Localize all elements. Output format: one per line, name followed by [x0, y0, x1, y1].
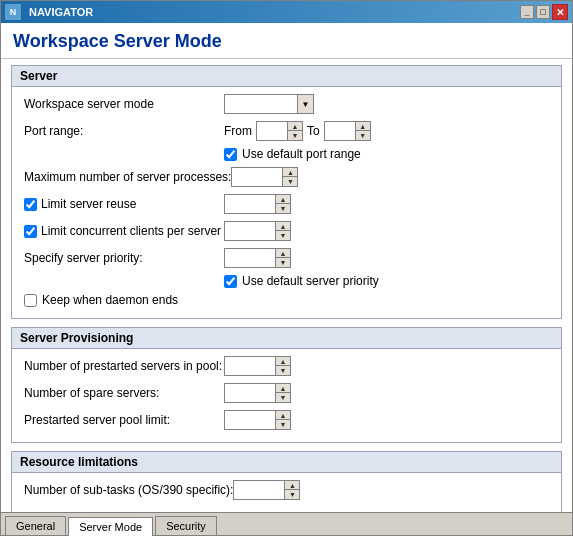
pool-limit-label: Prestarted server pool limit:: [24, 413, 224, 427]
maximize-button[interactable]: □: [536, 5, 550, 19]
tab-server-mode[interactable]: Server Mode: [68, 517, 153, 536]
prestarted-spin-btns: ▲ ▼: [275, 357, 290, 375]
port-to-spin-up[interactable]: ▲: [356, 122, 370, 131]
limit-concurrent-checkbox[interactable]: [24, 225, 37, 238]
server-section-body: Workspace server mode ▼ Port range: From: [12, 87, 561, 318]
max-processes-spin-down[interactable]: ▼: [283, 177, 297, 186]
spare-spin-down[interactable]: ▼: [276, 393, 290, 402]
pool-limit-spin-up[interactable]: ▲: [276, 411, 290, 420]
tab-general[interactable]: General: [5, 516, 66, 535]
limit-reuse-spin-down[interactable]: ▼: [276, 204, 290, 213]
port-from-input[interactable]: 0: [257, 122, 287, 140]
limit-concurrent-spinbox[interactable]: 0 ▲ ▼: [224, 221, 291, 241]
pool-limit-spin-btns: ▲ ▼: [275, 411, 290, 429]
limit-server-reuse-input[interactable]: 50: [225, 195, 275, 213]
prestarted-input[interactable]: 0: [225, 357, 275, 375]
max-processes-spin-btns: ▲ ▼: [282, 168, 297, 186]
pool-limit-input[interactable]: 0: [225, 411, 275, 429]
specify-priority-spin-btns: ▲ ▼: [275, 249, 290, 267]
use-default-priority-checkbox[interactable]: [224, 275, 237, 288]
port-to-label: To: [307, 124, 320, 138]
pool-limit-row: Prestarted server pool limit: 0 ▲ ▼: [24, 409, 549, 431]
port-to-spinbox[interactable]: 0 ▲ ▼: [324, 121, 371, 141]
max-processes-input[interactable]: 0: [232, 168, 282, 186]
keep-daemon-checkbox[interactable]: [24, 294, 37, 307]
max-processes-spinbox[interactable]: 0 ▲ ▼: [231, 167, 298, 187]
prestarted-spinbox[interactable]: 0 ▲ ▼: [224, 356, 291, 376]
port-from-spinbox[interactable]: 0 ▲ ▼: [256, 121, 303, 141]
keep-daemon-row: Keep when daemon ends: [24, 293, 549, 307]
workspace-server-mode-row: Workspace server mode ▼: [24, 93, 549, 115]
port-range-controls: From 0 ▲ ▼ To 0 ▲: [224, 121, 371, 141]
use-default-port-checkbox[interactable]: [224, 148, 237, 161]
content-area: Server Workspace server mode ▼ Port rang…: [1, 59, 572, 512]
max-processes-spin-up[interactable]: ▲: [283, 168, 297, 177]
spare-label: Number of spare servers:: [24, 386, 224, 400]
window-title: NAVIGATOR: [25, 6, 520, 18]
limit-concurrent-container: Limit concurrent clients per server: [24, 224, 224, 238]
pool-limit-spinbox[interactable]: 0 ▲ ▼: [224, 410, 291, 430]
window-icon: N: [5, 4, 21, 20]
dropdown-arrow-icon[interactable]: ▼: [297, 95, 313, 113]
limit-concurrent-spin-btns: ▲ ▼: [275, 222, 290, 240]
subtasks-input[interactable]: 0: [234, 481, 284, 499]
limit-concurrent-label[interactable]: Limit concurrent clients per server: [41, 224, 221, 238]
port-from-label: From: [224, 124, 252, 138]
spare-spin-up[interactable]: ▲: [276, 384, 290, 393]
use-default-priority-label[interactable]: Use default server priority: [242, 274, 379, 288]
port-range-label: Port range:: [24, 124, 224, 138]
spare-spinbox[interactable]: 0 ▲ ▼: [224, 383, 291, 403]
close-button[interactable]: ✕: [552, 4, 568, 20]
provisioning-section-body: Number of prestarted servers in pool: 0 …: [12, 349, 561, 442]
port-from-spin-up[interactable]: ▲: [288, 122, 302, 131]
minimize-button[interactable]: _: [520, 5, 534, 19]
specify-priority-spin-up[interactable]: ▲: [276, 249, 290, 258]
specify-priority-input[interactable]: 0: [225, 249, 275, 267]
port-from-spin-down[interactable]: ▼: [288, 131, 302, 140]
workspace-server-mode-select[interactable]: [225, 95, 297, 113]
limit-concurrent-spin-down[interactable]: ▼: [276, 231, 290, 240]
use-default-port-row: Use default port range: [224, 147, 549, 161]
port-from-spin-btns: ▲ ▼: [287, 122, 302, 140]
port-to-spin-down[interactable]: ▼: [356, 131, 370, 140]
subtasks-label: Number of sub-tasks (OS/390 specific):: [24, 483, 233, 497]
use-default-port-label[interactable]: Use default port range: [242, 147, 361, 161]
workspace-server-mode-label: Workspace server mode: [24, 97, 224, 111]
prestarted-row: Number of prestarted servers in pool: 0 …: [24, 355, 549, 377]
prestarted-label: Number of prestarted servers in pool:: [24, 359, 224, 373]
specify-priority-spinbox[interactable]: 0 ▲ ▼: [224, 248, 291, 268]
resource-section-header: Resource limitations: [12, 452, 561, 473]
limit-server-reuse-spinbox[interactable]: 50 ▲ ▼: [224, 194, 291, 214]
subtasks-spin-up[interactable]: ▲: [285, 481, 299, 490]
subtasks-spin-down[interactable]: ▼: [285, 490, 299, 499]
pool-limit-spin-down[interactable]: ▼: [276, 420, 290, 429]
subtasks-spinbox[interactable]: 0 ▲ ▼: [233, 480, 300, 500]
spare-input[interactable]: 0: [225, 384, 275, 402]
max-processes-label: Maximum number of server processes:: [24, 170, 231, 184]
limit-reuse-spin-up[interactable]: ▲: [276, 195, 290, 204]
limit-server-reuse-row: Limit server reuse 50 ▲ ▼: [24, 193, 549, 215]
prestarted-spin-up[interactable]: ▲: [276, 357, 290, 366]
specify-priority-label: Specify server priority:: [24, 251, 224, 265]
port-to-spin-btns: ▲ ▼: [355, 122, 370, 140]
server-section-header: Server: [12, 66, 561, 87]
limit-concurrent-input[interactable]: 0: [225, 222, 275, 240]
limit-concurrent-spin-up[interactable]: ▲: [276, 222, 290, 231]
prestarted-spin-down[interactable]: ▼: [276, 366, 290, 375]
port-to-input[interactable]: 0: [325, 122, 355, 140]
keep-daemon-label[interactable]: Keep when daemon ends: [42, 293, 178, 307]
tabs-bar: General Server Mode Security: [1, 512, 572, 535]
specify-priority-spin-down[interactable]: ▼: [276, 258, 290, 267]
resource-section-body: Number of sub-tasks (OS/390 specific): 0…: [12, 473, 561, 512]
workspace-server-mode-dropdown[interactable]: ▼: [224, 94, 314, 114]
specify-priority-row: Specify server priority: 0 ▲ ▼: [24, 247, 549, 269]
limit-server-reuse-label[interactable]: Limit server reuse: [41, 197, 136, 211]
spare-row: Number of spare servers: 0 ▲ ▼: [24, 382, 549, 404]
use-default-priority-row: Use default server priority: [224, 274, 549, 288]
limit-reuse-spin-btns: ▲ ▼: [275, 195, 290, 213]
tab-security[interactable]: Security: [155, 516, 217, 535]
limit-server-reuse-checkbox[interactable]: [24, 198, 37, 211]
subtasks-row: Number of sub-tasks (OS/390 specific): 0…: [24, 479, 549, 501]
provisioning-section: Server Provisioning Number of prestarted…: [11, 327, 562, 443]
subtasks-spin-btns: ▲ ▼: [284, 481, 299, 499]
